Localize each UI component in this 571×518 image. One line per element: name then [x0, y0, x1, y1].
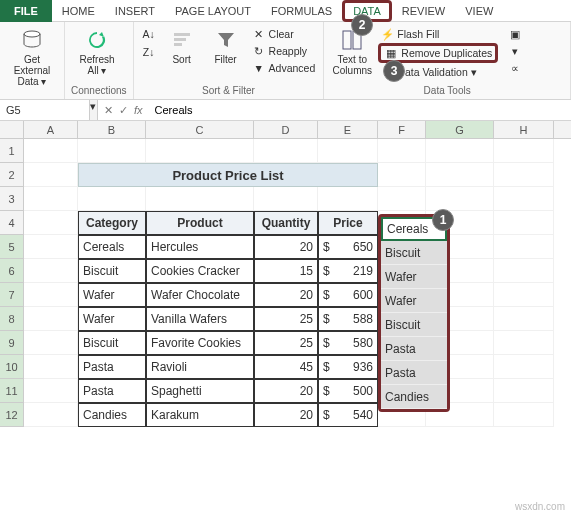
cell-E12[interactable]: $540 [318, 403, 378, 427]
cell-C11[interactable]: Spaghetti [146, 379, 254, 403]
cell-E6[interactable]: $219 [318, 259, 378, 283]
cell-C12[interactable]: Karakum [146, 403, 254, 427]
col-header-a[interactable]: A [24, 121, 78, 138]
row-header-7[interactable]: 7 [0, 283, 24, 307]
col-header-h[interactable]: H [494, 121, 554, 138]
cell-D11[interactable]: 20 [254, 379, 318, 403]
cell-A6[interactable] [24, 259, 78, 283]
cell-D5[interactable]: 20 [254, 235, 318, 259]
cell-G5[interactable] [426, 235, 494, 259]
cell-C10[interactable]: Ravioli [146, 355, 254, 379]
cell-H12[interactable] [494, 403, 554, 427]
cell-D4[interactable]: Quantity [254, 211, 318, 235]
tab-review[interactable]: REVIEW [392, 0, 455, 22]
cell-B10[interactable]: Pasta [78, 355, 146, 379]
cell-A12[interactable] [24, 403, 78, 427]
cell-A11[interactable] [24, 379, 78, 403]
refresh-all-button[interactable]: Refresh All ▾ [71, 26, 123, 78]
cell-B7[interactable]: Wafer [78, 283, 146, 307]
cell-F12[interactable] [378, 403, 426, 427]
cell-F2[interactable] [378, 163, 426, 187]
flash-fill-button[interactable]: ⚡Flash Fill [378, 26, 498, 42]
cell-B5[interactable]: Cereals [78, 235, 146, 259]
cell-H11[interactable] [494, 379, 554, 403]
cell-A7[interactable] [24, 283, 78, 307]
cell-A5[interactable] [24, 235, 78, 259]
row-header-12[interactable]: 12 [0, 403, 24, 427]
cell-B1[interactable] [78, 139, 146, 163]
whatif-button[interactable]: ▾ [506, 43, 524, 59]
cell-B6[interactable]: Biscuit [78, 259, 146, 283]
cell-C9[interactable]: Favorite Cookies [146, 331, 254, 355]
cell-F5[interactable] [378, 235, 426, 259]
cell-A2[interactable] [24, 163, 78, 187]
row-header-5[interactable]: 5 [0, 235, 24, 259]
formula-input[interactable] [149, 100, 571, 120]
cell-B12[interactable]: Candies [78, 403, 146, 427]
cell-D9[interactable]: 25 [254, 331, 318, 355]
cell-H7[interactable] [494, 283, 554, 307]
cell-A9[interactable] [24, 331, 78, 355]
cell-A10[interactable] [24, 355, 78, 379]
cell-G12[interactable] [426, 403, 494, 427]
cell-C5[interactable]: Hercules [146, 235, 254, 259]
cell-B11[interactable]: Pasta [78, 379, 146, 403]
row-header-6[interactable]: 6 [0, 259, 24, 283]
tab-file[interactable]: FILE [0, 0, 52, 22]
cell-H3[interactable] [494, 187, 554, 211]
cell-B4[interactable]: Category [78, 211, 146, 235]
cell-C1[interactable] [146, 139, 254, 163]
row-header-8[interactable]: 8 [0, 307, 24, 331]
name-box[interactable]: G5 [0, 100, 90, 120]
cell-D7[interactable]: 20 [254, 283, 318, 307]
col-header-c[interactable]: C [146, 121, 254, 138]
cell-G11[interactable] [426, 379, 494, 403]
cell-B8[interactable]: Wafer [78, 307, 146, 331]
cell-A8[interactable] [24, 307, 78, 331]
cell-D8[interactable]: 25 [254, 307, 318, 331]
tab-view[interactable]: VIEW [455, 0, 503, 22]
consolidate-button[interactable]: ▣ [506, 26, 524, 42]
cell-H1[interactable] [494, 139, 554, 163]
cell-F4[interactable] [378, 211, 426, 235]
cell-G8[interactable] [426, 307, 494, 331]
cell-H5[interactable] [494, 235, 554, 259]
cell-B9[interactable]: Biscuit [78, 331, 146, 355]
row-header-11[interactable]: 11 [0, 379, 24, 403]
relationships-button[interactable]: ∝ [506, 60, 524, 76]
cell-F1[interactable] [378, 139, 426, 163]
tab-page-layout[interactable]: PAGE LAYOUT [165, 0, 261, 22]
cell-G3[interactable] [426, 187, 494, 211]
name-box-dropdown[interactable]: ▾ [90, 100, 98, 120]
cell-G6[interactable] [426, 259, 494, 283]
cell-C8[interactable]: Vanilla Wafers [146, 307, 254, 331]
cell-H2[interactable] [494, 163, 554, 187]
cell-H4[interactable] [494, 211, 554, 235]
cell-G7[interactable] [426, 283, 494, 307]
cell-F10[interactable] [378, 355, 426, 379]
cell-G2[interactable] [426, 163, 494, 187]
cell-E5[interactable]: $650 [318, 235, 378, 259]
cell-G1[interactable] [426, 139, 494, 163]
clear-button[interactable]: ✕Clear [250, 26, 318, 42]
sort-button[interactable]: Sort [162, 26, 202, 67]
cell-G10[interactable] [426, 355, 494, 379]
row-header-9[interactable]: 9 [0, 331, 24, 355]
cell-E9[interactable]: $580 [318, 331, 378, 355]
fx-icon[interactable]: fx [134, 104, 143, 116]
row-header-4[interactable]: 4 [0, 211, 24, 235]
cell-C7[interactable]: Wafer Chocolate [146, 283, 254, 307]
select-all-corner[interactable] [0, 121, 24, 138]
cell-D1[interactable] [254, 139, 318, 163]
cell-D3[interactable] [254, 187, 318, 211]
cell-H8[interactable] [494, 307, 554, 331]
row-header-1[interactable]: 1 [0, 139, 24, 163]
col-header-g[interactable]: G [426, 121, 494, 138]
cell-C4[interactable]: Product [146, 211, 254, 235]
advanced-button[interactable]: ▼Advanced [250, 60, 318, 76]
cell-H6[interactable] [494, 259, 554, 283]
cell-C3[interactable] [146, 187, 254, 211]
cell-E10[interactable]: $936 [318, 355, 378, 379]
cell-A4[interactable] [24, 211, 78, 235]
tab-home[interactable]: HOME [52, 0, 105, 22]
